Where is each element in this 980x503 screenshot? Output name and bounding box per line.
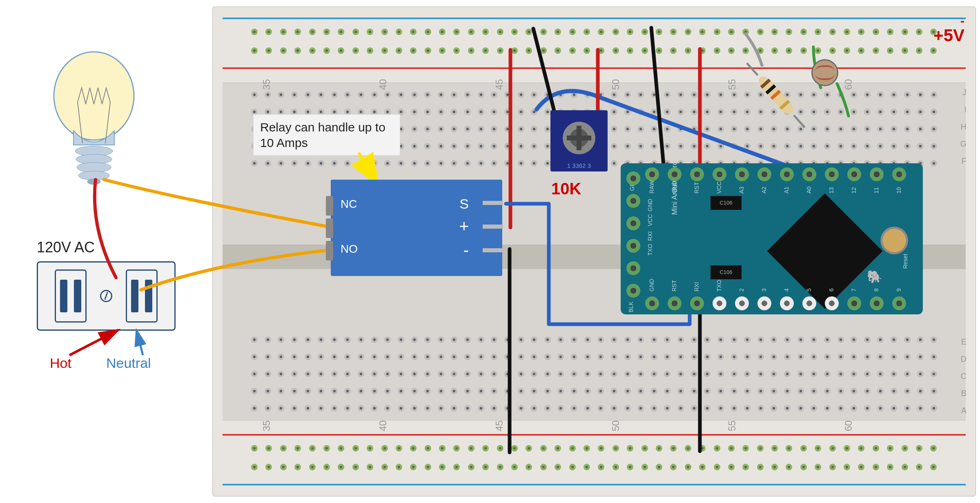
row-letter: I (964, 105, 967, 114)
outlet-slot-left (55, 269, 87, 323)
col-num: 35 (261, 421, 272, 432)
rail-row (251, 463, 937, 472)
wire-black-arduino-gnd-bottom (694, 314, 710, 455)
trimpot-10k: 1 3362 3 (550, 110, 608, 171)
svg-point-5 (77, 162, 111, 172)
label-10k: 10K (551, 180, 581, 198)
row-letter: H (961, 122, 967, 131)
row-a (251, 404, 937, 413)
row-letter: E (961, 337, 967, 347)
col-num: 55 (726, 421, 738, 432)
reset-label: Reset (902, 254, 909, 269)
svg-point-0 (54, 52, 134, 140)
row-letter: G (960, 139, 967, 149)
wire-green-ldr-lead-2 (833, 82, 858, 120)
label-neutral: Neutral (106, 355, 151, 371)
wire-red-arduino-vcc (694, 49, 710, 169)
row-letter: B (961, 389, 967, 398)
rail-row (251, 444, 937, 453)
row-e (251, 335, 937, 344)
label-hot: Hot (50, 355, 71, 371)
svg-line-9 (136, 330, 143, 355)
row-letter: C (961, 372, 967, 381)
power-rail-bottom (223, 433, 966, 486)
wire-orange-outlet-to-relay-no (139, 245, 343, 300)
photoresistor-ldr (811, 59, 838, 86)
row-letter: J (962, 88, 967, 97)
rail-row (251, 27, 937, 36)
wire-black-pot-to-rail (529, 29, 562, 116)
row-d (251, 352, 937, 361)
smd-chip: C106 (710, 196, 742, 210)
svg-line-8 (69, 330, 118, 355)
relay-module: NC NO S + - (331, 180, 502, 276)
wire-gray-resistor-lead (742, 32, 767, 70)
col-num: 35 (261, 79, 272, 90)
relay-pin-no: NO (341, 243, 358, 256)
row-c (251, 369, 937, 378)
col-num: 40 (377, 79, 389, 90)
col-num: 50 (610, 421, 621, 432)
relay-pin-s: S (459, 196, 469, 212)
label-ac-voltage: 120V AC (37, 239, 95, 256)
wire-red-pot-to-rail (592, 50, 608, 117)
relay-pin-nc: NC (341, 198, 357, 211)
wire-orange-bulb-to-relay (102, 176, 343, 238)
arduino-pro-mini: C106 C106 Reset Mini Arduino Pro 🐘 GRN B… (621, 163, 923, 314)
col-num: 40 (377, 421, 389, 432)
row-letter: F (962, 156, 967, 166)
relay-pin-plus: + (459, 217, 469, 236)
reset-button[interactable] (880, 227, 908, 254)
label-5v-supply: - +5V (933, 15, 964, 44)
svg-line-10 (359, 153, 374, 178)
row-letter: A (961, 406, 967, 415)
relay-pin-minus: - (463, 241, 469, 259)
smd-chip: C106 (710, 265, 742, 279)
light-bulb (49, 51, 139, 186)
row-letter: D (961, 354, 967, 364)
trimpot-marking: 1 3362 3 (550, 162, 608, 169)
row-b (251, 387, 937, 396)
outlet-screw-icon (100, 290, 112, 302)
logo-icon: 🐘 (867, 269, 882, 284)
col-num: 60 (843, 421, 854, 432)
wire-black-arduino-gnd-top (647, 28, 672, 168)
pin-label: BLK (628, 302, 634, 312)
